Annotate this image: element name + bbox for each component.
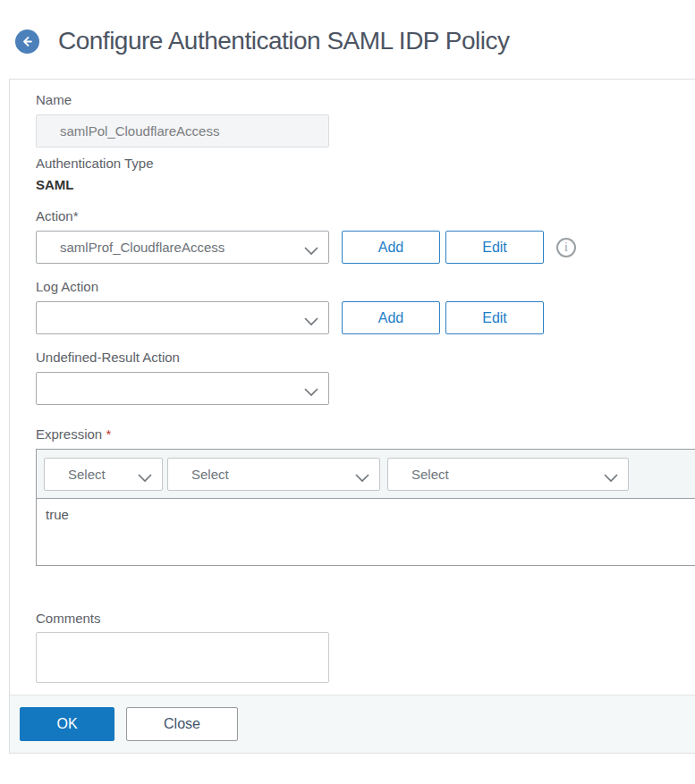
expression-select-3[interactable]: Select xyxy=(387,458,629,491)
auth-type-label: Authentication Type xyxy=(36,156,695,171)
action-select-value: samlProf_CloudflareAccess xyxy=(60,240,328,255)
chevron-down-icon xyxy=(304,384,318,400)
comments-textarea[interactable] xyxy=(36,632,329,683)
back-button[interactable] xyxy=(15,30,39,54)
auth-type-value: SAML xyxy=(36,177,695,192)
expression-builder: Select Select Select xyxy=(36,449,695,566)
undefined-result-action-field: Undefined-Result Action xyxy=(36,350,695,405)
log-action-field: Log Action Add Edit xyxy=(36,279,695,334)
action-label: Action* xyxy=(36,208,695,223)
expression-select-2-value: Select xyxy=(191,467,379,482)
expression-label-text: Expression xyxy=(36,426,102,442)
action-field: Action* samlProf_CloudflareAccess Add Ed… xyxy=(36,208,695,264)
expression-label: Expression * xyxy=(36,426,695,442)
required-asterisk: * xyxy=(106,426,111,442)
expression-select-2[interactable]: Select xyxy=(167,458,380,491)
expression-select-1[interactable]: Select xyxy=(44,458,163,491)
chevron-down-icon xyxy=(304,243,318,258)
undefined-result-action-label: Undefined-Result Action xyxy=(36,350,695,365)
expression-select-3-value: Select xyxy=(411,467,628,482)
comments-label: Comments xyxy=(36,611,695,626)
chevron-down-icon xyxy=(355,470,369,485)
expression-editor[interactable]: true xyxy=(37,499,695,565)
name-input[interactable] xyxy=(36,114,329,148)
name-field: Name xyxy=(36,92,695,148)
chevron-down-icon xyxy=(138,470,152,485)
comments-field: Comments xyxy=(36,611,695,687)
arrow-left-icon xyxy=(21,35,34,48)
form-footer: OK Close xyxy=(10,695,695,753)
page-header: Configure Authentication SAML IDP Policy xyxy=(0,0,695,55)
action-edit-button[interactable]: Edit xyxy=(445,231,544,264)
name-label: Name xyxy=(36,92,695,107)
chevron-down-icon xyxy=(604,470,618,485)
close-button[interactable]: Close xyxy=(126,707,238,741)
log-action-label: Log Action xyxy=(36,279,695,294)
log-action-select[interactable] xyxy=(36,301,329,334)
chevron-down-icon xyxy=(304,314,318,329)
action-select[interactable]: samlProf_CloudflareAccess xyxy=(36,231,329,264)
ok-button[interactable]: OK xyxy=(20,707,114,741)
undefined-result-action-select[interactable] xyxy=(36,372,329,405)
form-panel: Name Authentication Type SAML Action* sa… xyxy=(9,79,695,754)
auth-type-field: Authentication Type SAML xyxy=(36,156,695,192)
log-action-edit-button[interactable]: Edit xyxy=(445,301,544,334)
form-body: Name Authentication Type SAML Action* sa… xyxy=(10,80,695,695)
expression-toolbar: Select Select Select xyxy=(37,450,695,499)
expression-field: Expression * Select Select xyxy=(36,426,695,566)
info-icon[interactable]: i xyxy=(556,238,576,257)
action-add-button[interactable]: Add xyxy=(342,231,440,264)
log-action-add-button[interactable]: Add xyxy=(342,301,440,334)
page-title: Configure Authentication SAML IDP Policy xyxy=(58,27,510,55)
